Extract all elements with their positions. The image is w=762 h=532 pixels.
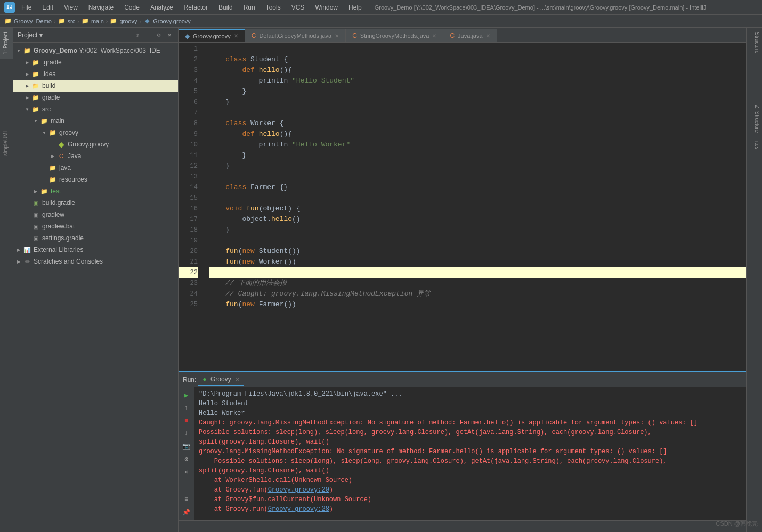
tree-item-settings-gradle[interactable]: ▶ ▣ settings.gradle [13,232,178,244]
run-layout-btn[interactable]: ≡ [181,494,192,505]
run-toolbar: ▶ ↑ ■ ↓ 📷 ⚙ ✕ ≡ 📌 [179,387,194,520]
menu-refactor[interactable]: Refactor [182,3,210,12]
src-icon: 📁 [58,18,66,25]
menu-code[interactable]: Code [122,3,142,12]
settings-icon[interactable]: ⚙ [155,31,163,39]
status-bar [179,520,746,532]
tab-default-groovy[interactable]: C DefaultGroovyMethods.java ✕ [245,29,346,42]
locate-icon[interactable]: ⊕ [133,31,142,39]
tab-java[interactable]: C Java.java ✕ [443,29,497,42]
run-tab-groovy[interactable]: ● Groovy ✕ [198,373,244,386]
menu-file[interactable]: File [19,3,34,12]
code-line-12: } [209,161,746,171]
project-tree: ▼ 📁 Groovy_Demo Y:\002_WorkSpace\003_IDE… [13,43,178,532]
project-panel-toggle[interactable]: 1: Project [0,28,13,59]
run-stop-btn[interactable]: ■ [181,415,192,427]
run-pin-btn[interactable]: 📌 [181,506,192,518]
tab-default-groovy-label: DefaultGroovyMethods.java [259,32,331,39]
tab-string-groovy-close[interactable]: ✕ [432,33,436,39]
run-tab-close[interactable]: ✕ [235,376,240,382]
menu-bar: IJ File Edit View Navigate Code Analyze … [0,0,762,15]
code-content[interactable]: class Student { def hello(){ println "He… [202,43,746,371]
breadcrumb-file[interactable]: Groovy.groovy [153,18,191,24]
code-line-24: // Caught: groovy.lang.MissingMethodExce… [209,289,746,299]
code-line-4: println "Hello Student" [209,76,746,86]
menu-analyze[interactable]: Analyze [148,3,175,12]
code-line-22 [209,267,746,278]
run-panel: Run: ● Groovy ✕ ▶ ↑ ■ ↓ 📷 ⚙ ✕ ≡ [179,371,746,520]
menu-vcs[interactable]: VCS [289,3,307,12]
tree-item-java-folder[interactable]: ▶ C Java [13,150,178,162]
tree-item-gradlew[interactable]: ▶ ▣ gradlew [13,209,178,220]
main-layout: 1: Project simpleUML Project ▾ ⊕ ≡ ⚙ ✕ ▼… [0,28,762,532]
tab-string-groovy[interactable]: C StringGroovyMethods.java ✕ [346,29,443,42]
tree-item-scratches[interactable]: ▶ ✏ Scratches and Consoles [13,256,178,267]
tree-item-build[interactable]: ▶ 📁 build [13,80,178,92]
menu-help[interactable]: Help [346,3,364,12]
menu-build[interactable]: Build [216,3,235,12]
breadcrumb-project[interactable]: Groovy_Demo [14,18,52,24]
tree-item-java-src[interactable]: ▶ 📁 java [13,162,178,174]
run-play-btn[interactable]: ▶ [181,389,192,401]
run-down-btn[interactable]: ↓ [181,428,192,439]
tab-groovy-close[interactable]: ✕ [234,33,238,39]
tree-item-build-gradle[interactable]: ▶ ▣ build.gradle [13,197,178,209]
run-link-1[interactable]: Groovy.groovy:20 [268,486,329,494]
tab-groovy-icon: ◆ [185,32,190,40]
tree-item-root[interactable]: ▼ 📁 Groovy_Demo Y:\002_WorkSpace\003_IDE [13,45,178,56]
breadcrumb: 📁 Groovy_Demo › 📁 src › 📁 main › 📁 groov… [0,15,762,28]
tab-default-groovy-close[interactable]: ✕ [335,33,339,39]
run-clear-btn[interactable]: ✕ [181,466,192,478]
run-link-2[interactable]: Groovy.groovy:28 [268,505,329,513]
code-line-6: } [209,97,746,108]
run-line-5: Possible solutions: sleep(long), sleep(l… [199,428,742,447]
idea-icon: 📁 [31,70,40,78]
code-line-9: def hello(){ [209,129,746,140]
tree-item-groovy-folder[interactable]: ▼ 📁 groovy [13,127,178,138]
menu-edit[interactable]: Edit [40,3,55,12]
run-camera-btn[interactable]: 📷 [181,440,192,452]
run-up-btn[interactable]: ↑ [181,402,192,414]
tree-item-test[interactable]: ▶ 📁 test [13,185,178,197]
tree-item-gradlew-bat[interactable]: ▶ ▣ gradlew.bat [13,220,178,232]
code-line-14: class Farmer {} [209,182,746,193]
code-line-13 [209,171,746,182]
run-line-2: Hello Student [199,399,742,408]
tab-java-close[interactable]: ✕ [486,33,490,39]
run-output: "D:\Program Files\Java\jdk1.8.0_221\bin\… [194,387,746,520]
breadcrumb-main[interactable]: main [91,18,104,24]
tree-item-gradle-dir[interactable]: ▶ 📁 .gradle [13,56,178,68]
menu-navigate[interactable]: Navigate [86,3,116,12]
tree-item-main[interactable]: ▼ 📁 main [13,115,178,127]
menu-view[interactable]: View [62,3,80,12]
run-line-3: Hello Worker [199,408,742,418]
menu-run[interactable]: Run [241,3,257,12]
structure-toggle[interactable]: Structure [747,28,762,58]
close-project-panel-icon[interactable]: ✕ [165,31,174,39]
tree-item-gradle[interactable]: ▶ 📁 gradle [13,92,178,103]
tab-java-icon: C [450,32,455,39]
breadcrumb-groovy-folder[interactable]: groovy [119,18,137,24]
tab-groovy[interactable]: ◆ Groovy.groovy ✕ [179,29,245,42]
menu-tools[interactable]: Tools [264,3,283,12]
tree-item-groovy-file[interactable]: ▶ ◆ Groovy.groovy [13,138,178,150]
collapse-all-icon[interactable]: ≡ [144,31,152,39]
ites-toggle[interactable]: ites [747,137,762,154]
run-line-1: "D:\Program Files\Java\jdk1.8.0_221\bin\… [199,389,742,399]
resources-icon: 📁 [48,175,57,184]
run-settings-btn[interactable]: ⚙ [181,453,192,465]
code-line-5: } [209,86,746,97]
tab-java-label: Java.java [458,32,482,39]
run-line-11: at Groovy.run(Groovy.groovy:28) [199,504,742,514]
tree-item-resources[interactable]: ▶ 📁 resources [13,174,178,185]
tree-item-ext-libs[interactable]: ▶ 📊 External Libraries [13,244,178,256]
z-structure-toggle[interactable]: Z: Structure [747,101,762,137]
run-header: Run: ● Groovy ✕ [179,372,746,387]
run-tab-icon: ● [202,375,206,383]
menu-window[interactable]: Window [313,3,340,12]
groovy-folder-icon: 📁 [110,18,117,25]
tree-item-src[interactable]: ▼ 📁 src [13,103,178,115]
simpleuml-toggle[interactable]: simpleUML [0,125,13,160]
breadcrumb-src[interactable]: src [68,18,76,24]
tree-item-idea[interactable]: ▶ 📁 .idea [13,68,178,80]
